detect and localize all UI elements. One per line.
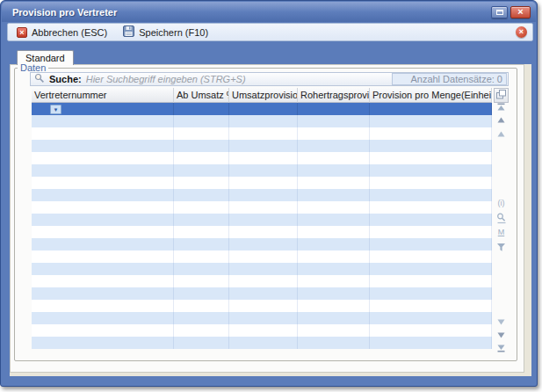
column-chooser-icon [496, 90, 506, 101]
restore-button[interactable] [491, 6, 508, 18]
grid-cell [32, 337, 174, 349]
empty-row[interactable] [32, 275, 493, 287]
empty-row[interactable] [32, 312, 493, 324]
grid-cell [370, 287, 492, 300]
cancel-label: Abbrechen (ESC) [32, 27, 107, 38]
grid-cell [32, 275, 174, 287]
empty-row[interactable] [32, 127, 493, 140]
grid-cell [298, 226, 370, 238]
empty-row[interactable] [32, 140, 493, 152]
empty-row[interactable] [32, 152, 493, 164]
empty-row[interactable] [32, 287, 493, 300]
grid-cell [298, 127, 370, 140]
empty-row[interactable] [32, 177, 493, 189]
grid-cell [370, 275, 492, 287]
grid-cell [32, 263, 174, 275]
grid-cell [370, 152, 492, 164]
grid-cell [298, 238, 370, 250]
grid-cell [298, 337, 370, 349]
save-button[interactable]: Speichern (F10) [119, 25, 212, 40]
grid-cell [229, 201, 298, 214]
form-background [524, 64, 531, 376]
grid-cell [370, 324, 492, 337]
grid-cell [174, 127, 229, 140]
grid-cell [174, 140, 229, 152]
grid-cell [298, 250, 370, 263]
window-title: Provision pro Vertreter [12, 7, 117, 18]
grid-cell [229, 337, 298, 349]
forbid-close-icon[interactable]: × [516, 26, 527, 38]
column-header-4[interactable]: Provision pro Menge(Einheit) [370, 88, 492, 103]
grid-cell [298, 177, 370, 189]
titlebar[interactable]: Provision pro Vertreter × [2, 2, 536, 22]
grid-cell [298, 164, 370, 177]
search-label: Suche: [49, 74, 82, 84]
grid-cell [174, 263, 229, 275]
empty-row[interactable] [32, 300, 493, 312]
toolbar: × Abbrechen (ESC) Speichern (F10) × [7, 23, 533, 41]
grid-cell [32, 189, 174, 201]
grid-cell [174, 312, 229, 324]
empty-row[interactable] [32, 201, 493, 214]
grid-cell [174, 238, 229, 250]
grid-cell [32, 127, 174, 140]
grid-cell [370, 164, 492, 177]
search-bar[interactable]: Suche: Hier Suchbegriff eingeben (STRG+S… [30, 72, 509, 86]
grid-cell [32, 312, 174, 324]
empty-row[interactable] [32, 226, 493, 238]
empty-row[interactable] [32, 164, 493, 177]
grid-cell [174, 275, 229, 287]
nav-first-icon[interactable] [494, 103, 509, 112]
grid-cell [298, 201, 370, 214]
grid-cell [174, 177, 229, 189]
grid-cell [229, 164, 298, 177]
nav-last-icon[interactable] [494, 344, 509, 352]
column-header-3[interactable]: Rohertragsprovision [298, 88, 370, 103]
window: Provision pro Vertreter × × Abbrechen (E… [0, 0, 538, 387]
bookmark-icon[interactable]: M [494, 229, 509, 236]
empty-row[interactable] [32, 115, 493, 127]
column-chooser-button[interactable] [494, 88, 509, 103]
grid-cell [174, 115, 229, 127]
grid-cell [229, 287, 298, 300]
cancel-button[interactable]: × Abbrechen (ESC) [13, 26, 111, 39]
column-header-1[interactable]: Ab Umsatz % [174, 88, 229, 103]
grid-cell [370, 214, 492, 226]
empty-row[interactable] [32, 250, 493, 263]
grid-cell [370, 189, 492, 201]
empty-row[interactable] [32, 337, 493, 349]
search-icon [34, 73, 45, 85]
filter-icon[interactable] [494, 243, 509, 252]
empty-row[interactable] [32, 263, 493, 275]
nav-next-icon[interactable] [494, 318, 509, 326]
restore-icon [496, 10, 503, 15]
grid-cell [174, 300, 229, 312]
grid-cell [229, 324, 298, 337]
empty-row[interactable] [32, 214, 493, 226]
cancel-icon: × [17, 27, 27, 38]
grid-cell [298, 312, 370, 324]
grid-cell [229, 177, 298, 189]
grid-cell [32, 140, 174, 152]
grid-cell [174, 337, 229, 349]
empty-row[interactable] [32, 324, 493, 337]
grid-cell [298, 300, 370, 312]
close-button[interactable]: × [510, 6, 531, 18]
nav-prev-page-icon[interactable] [494, 116, 509, 124]
nav-next-page-icon[interactable] [494, 331, 509, 339]
column-header-2[interactable]: Umsatzprovision [229, 88, 298, 103]
nav-prev-icon[interactable] [494, 130, 509, 138]
grid-cell [32, 115, 174, 127]
grid-cell [229, 312, 298, 324]
column-header-0[interactable]: Vertreternummer [32, 88, 174, 103]
row-dropdown-button[interactable]: ▼ [50, 105, 61, 114]
grid-cell [370, 140, 492, 152]
empty-row[interactable] [32, 238, 493, 250]
locate-search-icon[interactable] [494, 213, 509, 224]
search-input[interactable]: Hier Suchbegriff eingeben (STRG+S) [86, 74, 387, 84]
empty-row[interactable] [32, 189, 493, 201]
record-count: Anzahl Datensätze: 0 [392, 73, 507, 85]
grid-cell [229, 152, 298, 164]
selected-row[interactable]: ▼ [32, 103, 493, 115]
count-icon[interactable]: (i) [494, 200, 509, 207]
